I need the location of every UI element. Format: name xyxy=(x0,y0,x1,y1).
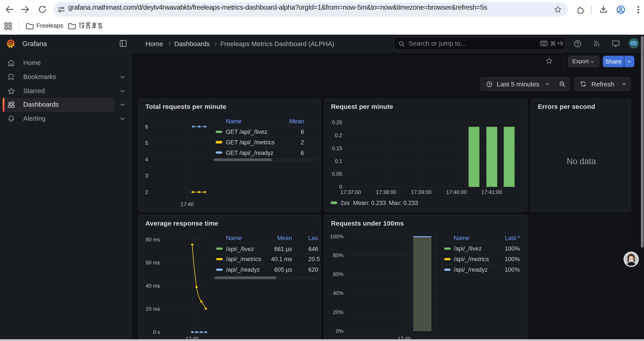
svg-text:17:40: 17:40 xyxy=(180,201,194,207)
svg-text:80 ms: 80 ms xyxy=(146,237,160,242)
svg-text:60 ms: 60 ms xyxy=(146,260,160,265)
svg-text:20 ms: 20 ms xyxy=(146,306,160,312)
svg-text:0.15: 0.15 xyxy=(332,145,342,151)
svg-text:20%: 20% xyxy=(333,309,344,315)
svg-text:3: 3 xyxy=(145,172,148,178)
svg-text:40 ms: 40 ms xyxy=(146,283,160,289)
svg-text:17:38:00: 17:38:00 xyxy=(376,189,396,195)
svg-text:5: 5 xyxy=(145,140,148,146)
svg-text:80%: 80% xyxy=(333,252,344,258)
svg-text:0.2: 0.2 xyxy=(335,132,342,138)
svg-text:0.25: 0.25 xyxy=(332,119,342,125)
svg-text:100%: 100% xyxy=(330,233,344,239)
svg-text:60%: 60% xyxy=(333,271,344,277)
svg-text:0.05: 0.05 xyxy=(332,171,342,177)
svg-text:17:39:00: 17:39:00 xyxy=(411,189,432,195)
svg-text:17:40:00: 17:40:00 xyxy=(446,189,466,195)
svg-text:40%: 40% xyxy=(333,290,344,296)
svg-text:2: 2 xyxy=(145,189,148,195)
svg-text:4: 4 xyxy=(145,156,148,162)
svg-text:0.1: 0.1 xyxy=(335,158,342,164)
svg-text:6: 6 xyxy=(145,124,148,129)
svg-text:0 s: 0 s xyxy=(153,329,160,335)
svg-text:17:37:00: 17:37:00 xyxy=(340,189,361,195)
svg-text:0%: 0% xyxy=(336,328,344,334)
svg-text:17:41:00: 17:41:00 xyxy=(481,189,502,195)
